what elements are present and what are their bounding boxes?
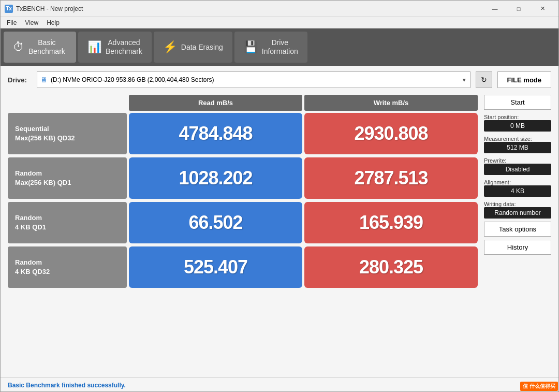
app-icon: Tx bbox=[5, 5, 13, 13]
prewrite-value: Disabled bbox=[484, 164, 551, 175]
table-row: Random 4 KB QD1 66.502 165.939 bbox=[8, 202, 478, 243]
row-write-1: 2787.513 bbox=[304, 157, 478, 199]
drive-hdd-icon: 🖥 bbox=[40, 76, 48, 84]
watermark: 值 什么值得买 bbox=[520, 382, 558, 391]
writing-data-label: Writing data: bbox=[484, 201, 551, 207]
header-write: Write mB/s bbox=[304, 95, 478, 111]
drive-label: Drive: bbox=[8, 76, 32, 84]
alignment-value: 4 KB bbox=[484, 185, 551, 197]
table-rows: Sequential Max(256 KB) QD32 4784.848 293… bbox=[8, 113, 478, 372]
drive-select[interactable]: 🖥 (D:) NVMe ORICO-J20 953.86 GB (2,000,4… bbox=[37, 71, 470, 88]
drive-select-value: (D:) NVMe ORICO-J20 953.86 GB (2,000,404… bbox=[51, 76, 214, 83]
start-position-label: Start position: bbox=[484, 114, 551, 120]
table-row: Random Max(256 KB) QD1 1028.202 2787.513 bbox=[8, 157, 478, 199]
row-read-2: 66.502 bbox=[129, 202, 302, 243]
window-title: TxBENCH - New project bbox=[16, 5, 483, 12]
drive-refresh-button[interactable]: ↻ bbox=[476, 71, 492, 88]
menu-view[interactable]: View bbox=[21, 18, 42, 27]
status-message: Basic Benchmark finished successfully. bbox=[8, 382, 126, 389]
prewrite-label: Prewrite: bbox=[484, 157, 551, 164]
row-write-2: 165.939 bbox=[304, 202, 478, 243]
alignment-label: Alignment: bbox=[484, 179, 551, 185]
measurement-size-section: Measurement size: 512 MB bbox=[484, 135, 551, 153]
table-row: Random 4 KB QD32 525.407 280.325 bbox=[8, 246, 478, 288]
tab-basic-benchmark-label: Basic Benchmark bbox=[28, 38, 65, 56]
measurement-size-value: 512 MB bbox=[484, 142, 551, 153]
drive-bar: Drive: 🖥 (D:) NVMe ORICO-J20 953.86 GB (… bbox=[8, 71, 551, 89]
writing-data-value: Random number bbox=[484, 207, 551, 219]
drive-information-icon: 💾 bbox=[244, 40, 258, 54]
tab-data-erasing[interactable]: ⚡ Data Erasing bbox=[154, 32, 232, 63]
benchmark-table: Read mB/s Write mB/s Sequential Max(256 … bbox=[8, 95, 478, 372]
alignment-section: Alignment: 4 KB bbox=[484, 178, 551, 197]
row-label-0: Sequential Max(256 KB) QD32 bbox=[8, 113, 127, 154]
prewrite-section: Prewrite: Disabled bbox=[484, 156, 551, 175]
window-controls: — □ ✕ bbox=[483, 1, 554, 17]
start-position-section: Start position: 0 MB bbox=[484, 113, 551, 132]
refresh-icon: ↻ bbox=[481, 76, 487, 84]
row-read-3: 525.407 bbox=[129, 246, 302, 288]
writing-data-section: Writing data: Random number bbox=[484, 200, 551, 219]
toolbar: ⏱ Basic Benchmark 📊 Advanced Benchmark ⚡… bbox=[1, 28, 558, 66]
row-label-3: Random 4 KB QD32 bbox=[8, 246, 127, 288]
maximize-button[interactable]: □ bbox=[507, 1, 531, 17]
row-write-0: 2930.808 bbox=[304, 113, 478, 154]
table-row: Sequential Max(256 KB) QD32 4784.848 293… bbox=[8, 113, 478, 154]
tab-advanced-benchmark[interactable]: 📊 Advanced Benchmark bbox=[78, 32, 152, 63]
row-label-1: Random Max(256 KB) QD1 bbox=[8, 157, 127, 199]
tab-basic-benchmark[interactable]: ⏱ Basic Benchmark bbox=[4, 32, 76, 63]
header-read: Read mB/s bbox=[129, 95, 302, 111]
bench-layout: Read mB/s Write mB/s Sequential Max(256 … bbox=[8, 95, 551, 372]
menu-file[interactable]: File bbox=[3, 18, 21, 27]
basic-benchmark-icon: ⏱ bbox=[13, 40, 24, 54]
minimize-button[interactable]: — bbox=[483, 1, 507, 17]
drive-select-content: 🖥 (D:) NVMe ORICO-J20 953.86 GB (2,000,4… bbox=[40, 76, 214, 84]
tab-drive-information-label: Drive Information bbox=[262, 38, 298, 56]
task-options-button[interactable]: Task options bbox=[484, 222, 551, 237]
row-label-2: Random 4 KB QD1 bbox=[8, 202, 127, 243]
data-erasing-icon: ⚡ bbox=[163, 40, 177, 54]
row-read-0: 4784.848 bbox=[129, 113, 302, 154]
row-write-3: 280.325 bbox=[304, 246, 478, 288]
tab-data-erasing-label: Data Erasing bbox=[181, 43, 223, 52]
tab-advanced-benchmark-label: Advanced Benchmark bbox=[106, 38, 142, 56]
row-read-1: 1028.202 bbox=[129, 157, 302, 199]
status-bar: Basic Benchmark finished successfully. bbox=[1, 377, 558, 392]
menu-help[interactable]: Help bbox=[42, 18, 64, 27]
chevron-down-icon: ▼ bbox=[462, 77, 467, 83]
start-position-value: 0 MB bbox=[484, 120, 551, 132]
main-area: Drive: 🖥 (D:) NVMe ORICO-J20 953.86 GB (… bbox=[1, 66, 558, 377]
table-header: Read mB/s Write mB/s bbox=[8, 95, 478, 111]
right-panel: Start Start position: 0 MB Measurement s… bbox=[484, 95, 551, 372]
history-button[interactable]: History bbox=[484, 240, 551, 255]
file-mode-button[interactable]: FILE mode bbox=[497, 71, 551, 88]
advanced-benchmark-icon: 📊 bbox=[87, 40, 101, 54]
close-button[interactable]: ✕ bbox=[531, 1, 554, 17]
start-button[interactable]: Start bbox=[484, 95, 551, 110]
header-empty bbox=[8, 95, 127, 111]
menu-bar: File View Help bbox=[1, 17, 558, 28]
measurement-size-label: Measurement size: bbox=[484, 136, 551, 142]
tab-drive-information[interactable]: 💾 Drive Information bbox=[234, 32, 307, 63]
title-bar: Tx TxBENCH - New project — □ ✕ bbox=[1, 1, 558, 17]
